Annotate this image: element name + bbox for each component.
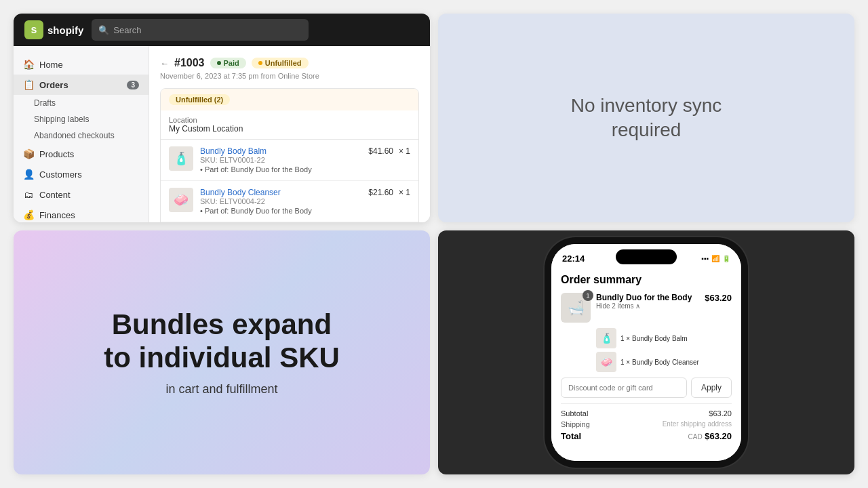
- shipping-label: Shipping: [561, 420, 590, 428]
- bundle-row: 🛁 1 Bundly Duo for the Body Hide 2 items…: [561, 293, 732, 323]
- sidebar-item-content[interactable]: 🗂 Content: [14, 184, 149, 205]
- sidebar-label-products: Products: [39, 149, 74, 159]
- bundle-name: Bundly Duo for the Body: [596, 293, 699, 302]
- sidebar-label-content: Content: [39, 190, 71, 200]
- phone-content: Order summary 🛁 1 Bundly Duo for the Bod…: [551, 267, 741, 461]
- bundle-price: $63.20: [705, 293, 732, 323]
- shopify-sidebar: 🏠 Home 📋 Orders 3 Drafts Shipping labels…: [14, 46, 149, 222]
- sidebar-item-shipping-labels[interactable]: Shipping labels: [14, 111, 149, 127]
- bundles-subtitle: in cart and fulfillment: [165, 382, 277, 396]
- order-item-2-part: • Part of: Bundly Duo for the Body: [200, 207, 361, 215]
- unfulfilled-section: Unfulfilled (2) Location My Custom Locat…: [160, 88, 419, 222]
- order-item-2-sku: SKU: ELTV0004-22: [200, 197, 361, 205]
- sub-item-2-image: 🧼: [596, 352, 616, 372]
- sidebar-label-customers: Customers: [39, 169, 82, 180]
- total-amount: $63.20: [705, 431, 732, 441]
- shopify-admin-panel: s shopify 🔍 Search 🏠 Home 📋 Orders 3 Dra…: [14, 14, 430, 222]
- order-item-2-info: Bundly Body Cleanser SKU: ELTV0004-22 • …: [200, 188, 361, 215]
- bundle-hide-toggle[interactable]: Hide 2 items ∧: [596, 302, 699, 310]
- order-unfulfilled-badge: Unfulfilled: [252, 58, 309, 68]
- finances-icon: 💰: [23, 209, 34, 220]
- sidebar-item-customers[interactable]: 👤 Customers: [14, 164, 149, 184]
- sidebar-item-products[interactable]: 📦 Products: [14, 144, 149, 164]
- sub-item-1: 🧴 1 × Bundly Body Balm: [596, 328, 732, 348]
- order-item-2: 🧼 Bundly Body Cleanser SKU: ELTV0004-22 …: [161, 181, 418, 222]
- sidebar-item-orders[interactable]: 📋 Orders 3: [14, 75, 149, 95]
- order-item-1-sku: SKU: ELTV0001-22: [200, 156, 361, 164]
- order-paid-badge: Paid: [210, 58, 246, 68]
- wifi-icon: 📶: [711, 255, 719, 262]
- sidebar-item-finances[interactable]: 💰 Finances: [14, 205, 149, 222]
- unfulfilled-count-badge: Unfulfilled (2): [169, 94, 230, 105]
- sidebar-label-home: Home: [39, 60, 63, 70]
- orders-badge: 3: [127, 81, 139, 89]
- bundles-panel: Bundles expandto individual SKU in cart …: [14, 230, 430, 474]
- order-header: ← #1003 Paid Unfulfilled: [160, 57, 419, 69]
- shopify-logo-icon: s: [24, 20, 43, 39]
- sub-item-1-image: 🧴: [596, 328, 616, 348]
- shopify-logo-text: shopify: [47, 24, 83, 36]
- no-inventory-panel: No inventory sync required: [438, 14, 854, 222]
- unfulfilled-dot: [258, 61, 262, 65]
- sidebar-label-finances: Finances: [39, 210, 75, 220]
- phone-time: 22:14: [562, 253, 585, 264]
- discount-row: Apply: [561, 378, 732, 398]
- discount-input[interactable]: [561, 378, 687, 398]
- phone-mockup: 22:14 ▪▪▪ 📶 🔋 Order summary 🛁 1 Bundly D…: [551, 244, 741, 461]
- products-icon: 📦: [23, 148, 34, 159]
- order-number: #1003: [174, 57, 205, 69]
- bundle-quantity-badge: 1: [583, 290, 593, 301]
- shopify-logo: s shopify: [24, 20, 83, 39]
- total-label: Total: [561, 431, 581, 441]
- subtotal-label: Subtotal: [561, 409, 588, 418]
- customers-icon: 👤: [23, 169, 34, 180]
- shipping-row: Shipping Enter shipping address: [561, 420, 732, 428]
- sidebar-label-drafts: Drafts: [34, 98, 56, 108]
- shopify-search-bar[interactable]: 🔍 Search: [92, 19, 309, 41]
- bundle-image-container: 🛁 1: [561, 293, 591, 323]
- order-back-arrow[interactable]: ←: [160, 58, 169, 68]
- sub-items-list: 🧴 1 × Bundly Body Balm 🧼 1 × Bundly Body…: [561, 328, 732, 372]
- order-item-1-name[interactable]: Bundly Body Balm: [200, 146, 361, 156]
- order-date: November 6, 2023 at 7:35 pm from Online …: [160, 72, 419, 80]
- no-inventory-text: No inventory sync required: [545, 94, 748, 143]
- shipping-value[interactable]: Enter shipping address: [663, 420, 732, 428]
- phone-status-icons: ▪▪▪ 📶 🔋: [701, 255, 730, 262]
- total-currency: CAD: [688, 433, 702, 441]
- order-item-1-part: • Part of: Bundly Duo for the Body: [200, 165, 361, 174]
- sub-item-2: 🧼 1 × Bundly Body Cleanser: [596, 352, 732, 372]
- location-section: Location My Custom Location: [161, 110, 418, 140]
- shopify-main-content: ← #1003 Paid Unfulfilled November 6, 202…: [149, 46, 430, 222]
- total-row: Total CAD $63.20: [561, 431, 732, 441]
- search-placeholder: Search: [113, 25, 141, 35]
- order-item-2-name[interactable]: Bundly Body Cleanser: [200, 188, 361, 197]
- order-item-1: 🧴 Bundly Body Balm SKU: ELTV0001-22 • Pa…: [161, 140, 418, 181]
- sidebar-item-abandoned-checkouts[interactable]: Abandoned checkouts: [14, 127, 149, 144]
- sub-item-1-name: 1 × Bundly Body Balm: [620, 335, 688, 342]
- shopify-topbar: s shopify 🔍 Search: [14, 14, 430, 46]
- subtotal-row: Subtotal $63.20: [561, 409, 732, 418]
- bundles-title: Bundles expandto individual SKU: [104, 308, 340, 374]
- location-value: My Custom Location: [169, 124, 410, 134]
- signal-icon: ▪▪▪: [701, 255, 709, 262]
- sidebar-label-abandoned-checkouts: Abandoned checkouts: [34, 131, 115, 140]
- sidebar-item-drafts[interactable]: Drafts: [14, 95, 149, 111]
- sidebar-label-shipping-labels: Shipping labels: [34, 115, 89, 124]
- phone-panel: 22:14 ▪▪▪ 📶 🔋 Order summary 🛁 1 Bundly D…: [438, 230, 854, 474]
- sidebar-item-home[interactable]: 🏠 Home: [14, 54, 149, 75]
- unfulfilled-section-header: Unfulfilled (2): [161, 89, 418, 110]
- order-item-1-price: $41.60 × 1: [368, 146, 410, 156]
- location-label: Location: [169, 116, 410, 124]
- bundle-info: Bundly Duo for the Body Hide 2 items ∧: [596, 293, 699, 323]
- shopify-content-area: 🏠 Home 📋 Orders 3 Drafts Shipping labels…: [14, 46, 430, 222]
- subtotal-value: $63.20: [709, 409, 732, 418]
- order-item-2-image: 🧼: [169, 188, 193, 212]
- orders-icon: 📋: [23, 79, 34, 90]
- sidebar-label-orders: Orders: [39, 80, 68, 90]
- apply-button[interactable]: Apply: [691, 378, 732, 398]
- summary-rows: Subtotal $63.20 Shipping Enter shipping …: [561, 403, 732, 441]
- home-icon: 🏠: [23, 59, 34, 70]
- order-item-2-price: $21.60 × 1: [368, 188, 410, 197]
- phone-notch: [616, 249, 677, 264]
- battery-icon: 🔋: [722, 255, 730, 262]
